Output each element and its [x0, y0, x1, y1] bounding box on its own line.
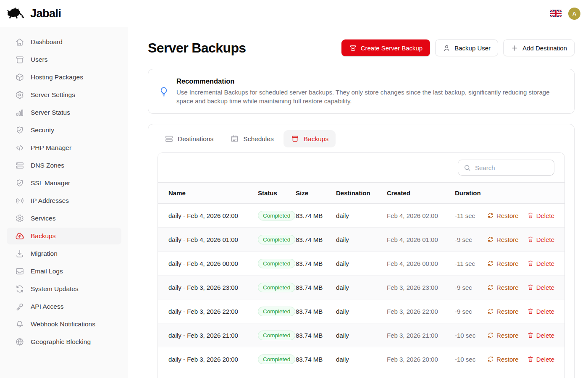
sidebar-item-label: Services: [31, 215, 55, 222]
tab-destinations[interactable]: Destinations: [158, 130, 220, 147]
sidebar-item-label: PHP Manager: [31, 144, 71, 152]
delete-label: Delete: [536, 212, 554, 219]
code-icon: [15, 143, 24, 152]
backup-created: Feb 4, 2026 00:00: [387, 252, 455, 276]
delete-label: Delete: [536, 332, 554, 339]
table-row: daily - Feb 4, 2026 01:00 Completed 83.7…: [158, 228, 564, 252]
sidebar-item-system-updates[interactable]: System Updates: [7, 281, 121, 297]
restore-label: Restore: [496, 284, 519, 291]
shield-check-icon: [15, 126, 24, 135]
sidebar-item-server-settings[interactable]: Server Settings: [7, 87, 121, 103]
trash-icon: [527, 236, 534, 243]
tab-backups[interactable]: Backups: [284, 130, 336, 147]
backups-table-card: Name Status Size Destination Created Dur…: [158, 152, 565, 378]
delete-button[interactable]: Delete: [527, 212, 554, 219]
restore-button[interactable]: Restore: [487, 260, 519, 267]
table-footer: Showing 1 to 7 of 7 results Per page 10: [158, 371, 564, 378]
sidebar-item-hosting-packages[interactable]: Hosting Packages: [7, 69, 121, 86]
delete-button[interactable]: Delete: [527, 284, 554, 291]
brand-logo[interactable]: Jabali: [6, 7, 61, 21]
restore-button[interactable]: Restore: [487, 332, 519, 339]
gear-icon: [15, 214, 24, 223]
avatar[interactable]: A: [568, 8, 580, 20]
delete-label: Delete: [536, 356, 554, 363]
sidebar-item-label: Dashboard: [31, 38, 63, 46]
lightbulb-icon: [158, 77, 169, 105]
table-row: daily - Feb 3, 2026 20:00 Completed 83.7…: [158, 347, 564, 371]
status-badge: Completed: [258, 307, 295, 316]
delete-button[interactable]: Delete: [527, 308, 554, 315]
sidebar-item-server-status[interactable]: Server Status: [7, 104, 121, 121]
sidebar-item-dns-zones[interactable]: DNS Zones: [7, 157, 121, 174]
sidebar-item-backups[interactable]: Backups: [7, 228, 121, 244]
user-icon: [443, 44, 451, 52]
status-badge: Completed: [258, 259, 295, 268]
status-badge: Completed: [258, 331, 295, 340]
home-icon: [15, 37, 24, 47]
sidebar-item-email-logs[interactable]: Email Logs: [7, 263, 121, 280]
backup-name: daily - Feb 3, 2026 22:00: [158, 299, 258, 323]
arrow-path-icon: [487, 332, 494, 339]
search-input[interactable]: [475, 164, 559, 171]
delete-button[interactable]: Delete: [527, 236, 554, 243]
add-destination-button[interactable]: Add Destination: [503, 39, 575, 56]
sidebar-item-label: SSL Manager: [31, 179, 70, 187]
delete-button[interactable]: Delete: [527, 260, 554, 267]
restore-button[interactable]: Restore: [487, 356, 519, 363]
trash-icon: [527, 212, 534, 219]
sidebar-item-api-access[interactable]: API Access: [7, 298, 121, 315]
sidebar-item-label: System Updates: [31, 285, 79, 293]
backup-size: 83.74 MB: [296, 228, 336, 252]
archive-box-icon: [291, 134, 299, 143]
restore-button[interactable]: Restore: [487, 212, 519, 219]
server-stack-icon: [165, 134, 173, 143]
table-header-row: Name Status Size Destination Created Dur…: [158, 183, 564, 204]
backups-table: Name Status Size Destination Created Dur…: [158, 182, 564, 371]
sidebar-item-label: Users: [31, 56, 47, 63]
restore-button[interactable]: Restore: [487, 284, 519, 291]
table-row: daily - Feb 4, 2026 00:00 Completed 83.7…: [158, 252, 564, 276]
table-row: daily - Feb 3, 2026 21:00 Completed 83.7…: [158, 323, 564, 347]
calendar-icon: [230, 134, 239, 143]
uk-flag-icon[interactable]: [550, 10, 562, 17]
table-row: daily - Feb 4, 2026 02:00 Completed 83.7…: [158, 204, 564, 228]
backup-user-button[interactable]: Backup User: [435, 39, 498, 56]
sidebar-item-ip-addresses[interactable]: IP Addresses: [7, 192, 121, 209]
column-header-name: Name: [158, 183, 258, 204]
sidebar-item-services[interactable]: Services: [7, 210, 121, 227]
restore-label: Restore: [496, 260, 519, 267]
boar-icon: [6, 7, 28, 21]
plus-icon: [511, 44, 519, 52]
backup-destination: daily: [336, 323, 387, 347]
sidebar-item-security[interactable]: Security: [7, 122, 121, 139]
sidebar-item-migration[interactable]: Migration: [7, 245, 121, 262]
create-server-backup-button[interactable]: Create Server Backup: [341, 39, 430, 56]
sidebar-item-php-manager[interactable]: PHP Manager: [7, 139, 121, 156]
sidebar-item-users[interactable]: Users: [7, 51, 121, 68]
gear-icon: [15, 90, 24, 100]
restore-button[interactable]: Restore: [487, 308, 519, 315]
trash-icon: [527, 308, 534, 315]
backup-name: daily - Feb 3, 2026 21:00: [158, 323, 258, 347]
backups-panel: Destinations Schedules Backups: [148, 124, 575, 378]
restore-button[interactable]: Restore: [487, 236, 519, 243]
key-icon: [15, 302, 24, 311]
button-label: Add Destination: [522, 45, 567, 52]
backup-name: daily - Feb 4, 2026 01:00: [158, 228, 258, 252]
main-content: Server Backups Create Server Backup Back…: [128, 27, 588, 378]
backup-name: daily - Feb 3, 2026 20:00: [158, 347, 258, 371]
delete-button[interactable]: Delete: [527, 356, 554, 363]
sidebar-item-dashboard[interactable]: Dashboard: [7, 34, 121, 50]
sidebar-item-geographic-blocking[interactable]: Geographic Blocking: [7, 333, 121, 350]
status-badge: Completed: [258, 354, 295, 364]
tab-schedules[interactable]: Schedules: [223, 130, 281, 147]
sidebar-item-webhook-notifications[interactable]: Webhook Notifications: [7, 316, 121, 333]
cube-icon: [15, 73, 24, 82]
column-header-created: Created: [387, 183, 455, 204]
sidebar-item-label: Server Settings: [31, 91, 75, 99]
backup-destination: daily: [336, 276, 387, 299]
sidebar-item-ssl-manager[interactable]: SSL Manager: [7, 175, 121, 192]
sidebar-item-label: Email Logs: [31, 268, 63, 275]
backup-size: 83.74 MB: [296, 299, 336, 323]
delete-button[interactable]: Delete: [527, 332, 554, 339]
